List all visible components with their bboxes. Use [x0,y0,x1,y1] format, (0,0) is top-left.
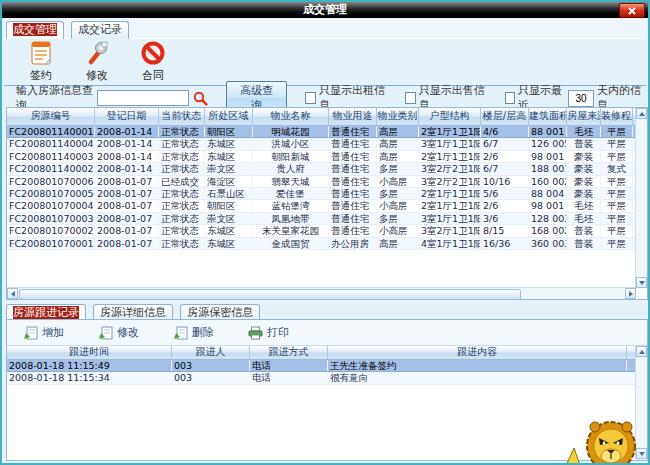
table-cell: 8/15 [481,225,529,236]
column-header[interactable]: 跟进内容 [328,346,627,359]
table-cell: 毛坯 [567,213,601,224]
recent-only-checkbox[interactable] [505,92,516,104]
table-cell: 2008-01-14 [95,126,159,137]
table-cell: FC200801140001 [7,126,95,137]
table-row[interactable]: FC2008010700022008-01-07正常状态东城区末关皇家花园普通住… [7,225,647,237]
recent-days-input[interactable] [568,90,594,107]
table-cell: 2008-01-14 [95,151,159,162]
modify-wrench-icon [84,40,110,67]
arrow-up-icon [639,350,645,354]
column-header[interactable]: 跟进时间 [7,346,172,359]
table-cell: FC200801070001 [7,238,95,249]
table-row[interactable]: FC2008011400012008-01-14正常状态朝阳区明城花园普通住宅高… [7,126,647,138]
scroll-right-button[interactable] [625,288,636,299]
table-cell: 正常状态 [159,138,205,149]
table-cell: 贵人府 [253,163,329,174]
table-row[interactable]: FC2008010700042008-01-07正常状态朝阳区蓝钻堡湾普通住宅小… [7,200,647,212]
table-cell: 普装 [567,238,601,249]
arrow-down-icon [639,281,645,285]
column-header[interactable]: 装修程度 [601,108,633,125]
table-cell: 普通住宅 [329,188,377,199]
table-cell: 正常状态 [159,200,205,211]
close-button[interactable] [619,3,645,18]
column-header[interactable]: 户型结构 [419,108,481,125]
column-header[interactable]: 物业用途 [329,108,377,125]
horizontal-scroll-thumb[interactable] [19,289,521,300]
add-record-button[interactable]: 增加 [23,325,64,340]
table-row[interactable]: FC2008010700012008-01-07正常状态东城区金成国贸办公用房高… [7,238,647,250]
table-row[interactable]: FC2008011400042008-01-14正常状态东城区洪城小区普通住宅高… [7,138,647,150]
table-cell: 2室1厅1卫1阳 [419,126,481,137]
table-cell: 正常状态 [159,151,205,162]
listing-horizontal-scrollbar[interactable] [7,287,636,299]
table-cell: 普通住宅 [329,163,377,174]
table-cell: FC200801070004 [7,200,95,211]
search-input[interactable] [97,90,189,106]
table-cell: 2室1厅1卫1阳 [419,200,481,211]
table-cell: 东城区 [205,225,253,236]
table-row[interactable]: FC2008010700062008-01-07已经成交海淀区翡翠天城普通住宅小… [7,176,647,188]
table-cell: 崇文区 [205,163,253,174]
close-icon [628,7,636,15]
column-header[interactable]: 所处区域 [205,108,253,125]
table-cell: 金成国贸 [253,238,329,249]
button-label: 修改 [117,325,139,340]
scroll-up-button[interactable] [636,346,647,357]
contract-button[interactable]: 合同 [128,40,178,83]
column-header[interactable]: 房屋来源 [567,108,601,125]
sign-contract-button[interactable]: 签约 [16,40,66,83]
table-row[interactable]: FC2008010700052008-01-07正常状态石景山区爱佳堡普通住宅多… [7,188,647,200]
table-row[interactable]: FC2008010700032008-01-07正常状态崇文区凤凰地带普通住宅多… [7,213,647,225]
listing-vertical-scrollbar[interactable] [635,108,647,288]
table-cell: 豪装 [567,163,601,174]
tab-label: 房源保密信息 [187,306,253,319]
table-cell: 6/7 [481,138,529,149]
table-cell: 小高层 [377,200,419,211]
table-row[interactable]: FC2008011400022008-01-14正常状态崇文区贵人府普通住宅多层… [7,163,647,175]
column-header[interactable]: 房源编号 [7,108,95,125]
table-cell: 蓝钻堡湾 [253,200,329,211]
arrow-left-icon [11,291,15,297]
column-header[interactable]: 当前状态 [159,108,205,125]
table-row[interactable]: 2008-01-18 11:15:34003电话很有意向 [7,372,647,384]
column-header[interactable]: 物业类别 [377,108,419,125]
column-header[interactable]: 物业名称 [253,108,329,125]
tab-deal-management[interactable]: 成交管理 [6,21,64,39]
lion-mascot [559,412,645,465]
edit-record-button[interactable]: 修改 [98,325,139,340]
table-cell: 普装 [567,225,601,236]
titlebar[interactable]: 成交管理 [2,2,648,18]
search-button[interactable] [193,91,208,106]
table-cell: 4/6 [481,126,529,137]
table-cell: 2008-01-07 [95,200,159,211]
column-header[interactable]: 建筑面积 [529,108,567,125]
table-cell: FC200801140002 [7,163,95,174]
modify-button[interactable]: 修改 [72,40,122,83]
print-button[interactable]: 打印 [248,325,289,340]
arrow-up-icon [639,112,645,116]
column-header[interactable]: 登记日期 [95,108,159,125]
delete-record-button[interactable]: 删除 [173,325,214,340]
scroll-down-button[interactable] [636,277,647,288]
table-cell: 高层 [377,126,419,137]
column-header[interactable]: 跟进人 [172,346,250,359]
tab-deal-records[interactable]: 成交记录 [71,21,129,39]
table-row[interactable]: 2008-01-18 11:15:49003电话王先生准备签约 [7,360,647,372]
column-header[interactable]: 跟进方式 [250,346,328,359]
table-cell: 末关皇家花园 [253,225,329,236]
sale-only-checkbox[interactable] [405,92,416,104]
table-cell: 88 004 [529,188,567,199]
table-header-row: 房源编号登记日期当前状态所处区域物业名称物业用途物业类别户型结构楼层/层高建筑面… [7,108,647,126]
table-cell: 平层 [601,176,633,187]
tab-label: 成交记录 [78,23,122,36]
table-cell: 普通住宅 [329,151,377,162]
search-icon [193,91,208,106]
table-row[interactable]: FC2008011400032008-01-14正常状态东城区朝阳新城普通住宅高… [7,151,647,163]
table-cell: 普通住宅 [329,225,377,236]
table-cell: 平层 [601,200,633,211]
rent-only-checkbox[interactable] [305,92,316,104]
column-header[interactable]: 楼层/层高 [481,108,529,125]
scroll-left-button[interactable] [7,288,18,299]
scroll-up-button[interactable] [636,108,647,119]
table-body: FC2008011400012008-01-14正常状态朝阳区明城花园普通住宅高… [7,126,647,290]
